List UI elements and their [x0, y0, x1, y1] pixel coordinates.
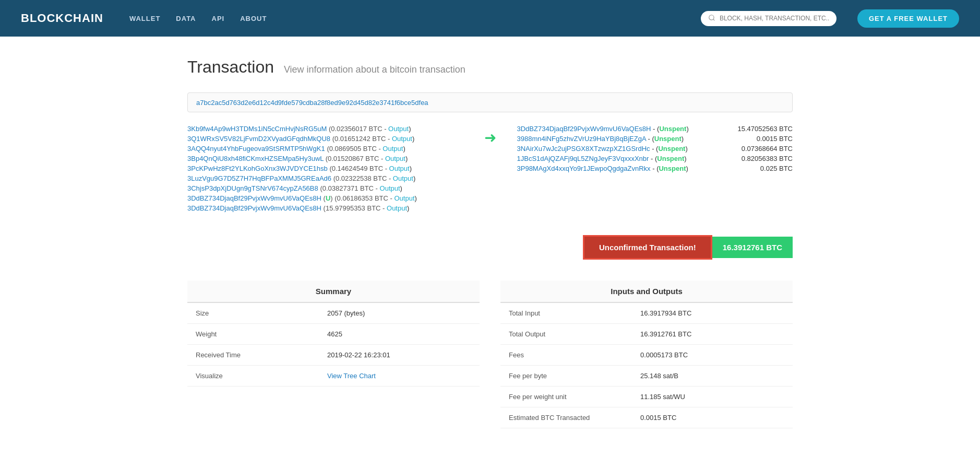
list-item: 3Bp4QnQiU8xh48fiCKmxHZSEMpa5Hy3uwL (0.01…	[187, 155, 463, 162]
navbar: BLOCKCHAIN WALLET DATA API ABOUT GET A F…	[0, 0, 980, 37]
page-subtitle: View information about a bitcoin transac…	[284, 64, 465, 75]
table-row: Fee per byte 25.148 sat/B	[500, 366, 793, 387]
view-tree-chart-link[interactable]: View Tree Chart	[327, 372, 376, 380]
nav-about[interactable]: ABOUT	[240, 15, 267, 22]
confirm-row: Unconfirmed Transaction! 16.3912761 BTC	[187, 235, 793, 260]
tables-row: Summary Size 2057 (bytes) Weight 4625 Re…	[187, 281, 793, 428]
svg-point-0	[709, 15, 714, 19]
list-item: 3988mn4iNFg5zhvZVrUz9HaYBj8qBjEZgA - (Un…	[517, 135, 793, 143]
tx-hash-box: a7bc2ac5d763d2e6d12c4d9fde579cdba28f8ed9…	[187, 92, 793, 112]
free-wallet-button[interactable]: GET A FREE WALLET	[857, 9, 959, 28]
tx-hash-link[interactable]: a7bc2ac5d763d2e6d12c4d9fde579cdba28f8ed9…	[196, 99, 428, 107]
list-item: 3Kb9fw4Ap9wH3TDMs1iN5cCmHvjNsRG5uM (0.02…	[187, 125, 463, 133]
tx-inputs: 3Kb9fw4Ap9wH3TDMs1iN5cCmHvjNsRG5uM (0.02…	[187, 125, 463, 214]
summary-title: Summary	[187, 281, 480, 302]
io-table: Inputs and Outputs Total Input 16.391793…	[500, 281, 793, 428]
unconfirmed-button[interactable]: Unconfirmed Transaction!	[583, 235, 712, 260]
summary-table: Summary Size 2057 (bytes) Weight 4625 Re…	[187, 281, 480, 387]
list-item: 3LuzVgu9G7D5Z7H7HqBFPaXMMJ5GREaAd6 (0.02…	[187, 174, 463, 182]
table-row: Weight 4625	[187, 324, 480, 345]
nav-links: WALLET DATA API ABOUT	[129, 15, 680, 22]
table-row: Estimated BTC Transacted 0.0015 BTC	[500, 407, 793, 428]
nav-data[interactable]: DATA	[176, 15, 196, 22]
tx-arrow: ➜	[484, 125, 496, 146]
list-item: 3PcKPwHz8Ft2YLKohGoXnx3WJVDYCE1hsb (0.14…	[187, 165, 463, 172]
table-row: Visualize View Tree Chart	[187, 366, 480, 387]
list-item: 3DdBZ734DjaqBf29PvjxWv9mvU6VaQEs8H (U) (…	[187, 194, 463, 202]
list-item: 3ChjsP3dpXjDUgn9gTSNrV674cypZA56B8 (0.03…	[187, 184, 463, 192]
list-item: 3NAirXu7wJc2ujPSGX8XTzwzpXZ1GSrdHc - (Un…	[517, 145, 793, 153]
table-row: Total Input 16.3917934 BTC	[500, 302, 793, 324]
list-item: 3DdBZ734DjaqBf29PvjxWv9mvU6VaQEs8H (15.9…	[187, 204, 463, 212]
tx-outputs: 3DdBZ734DjaqBf29PvjxWv9mvU6VaQEs8H - (Un…	[517, 125, 793, 174]
brand-logo: BLOCKCHAIN	[21, 11, 103, 25]
table-row: Fee per weight unit 11.185 sat/WU	[500, 387, 793, 407]
search-icon	[708, 14, 715, 23]
page-title: Transaction View information about a bit…	[187, 57, 793, 77]
table-row: Size 2057 (bytes)	[187, 302, 480, 324]
table-row: Total Output 16.3912761 BTC	[500, 324, 793, 345]
nav-api[interactable]: API	[212, 15, 225, 22]
io-title: Inputs and Outputs	[500, 281, 793, 302]
nav-wallet[interactable]: WALLET	[129, 15, 160, 22]
list-item: 1JBcS1dAjQZAFj9qL5ZNgJeyF3VqxxxXnbr - (U…	[517, 155, 793, 162]
svg-line-1	[713, 19, 715, 20]
list-item: 3DdBZ734DjaqBf29PvjxWv9mvU6VaQEs8H - (Un…	[517, 125, 793, 133]
table-row: Received Time 2019-02-22 16:23:01	[187, 345, 480, 366]
list-item: 3Q1WRxSV5V82LjFvmD2XVyadGFqdhMkQU8 (0.01…	[187, 135, 463, 143]
total-btc-badge: 16.3912761 BTC	[712, 237, 793, 258]
list-item: 3P98MAgXd4xxqYo9r1JEwpoQgdgaZvnRkx - (Un…	[517, 165, 793, 172]
search-input[interactable]	[720, 15, 829, 22]
search-box	[701, 11, 836, 26]
table-row: Fees 0.0005173 BTC	[500, 345, 793, 366]
tx-detail: 3Kb9fw4Ap9wH3TDMs1iN5cCmHvjNsRG5uM (0.02…	[187, 125, 793, 214]
main-content: Transaction View information about a bit…	[177, 37, 803, 467]
list-item: 3AQQ4nyut4YhbFugeova9StSRMTP5hWgK1 (0.08…	[187, 145, 463, 153]
